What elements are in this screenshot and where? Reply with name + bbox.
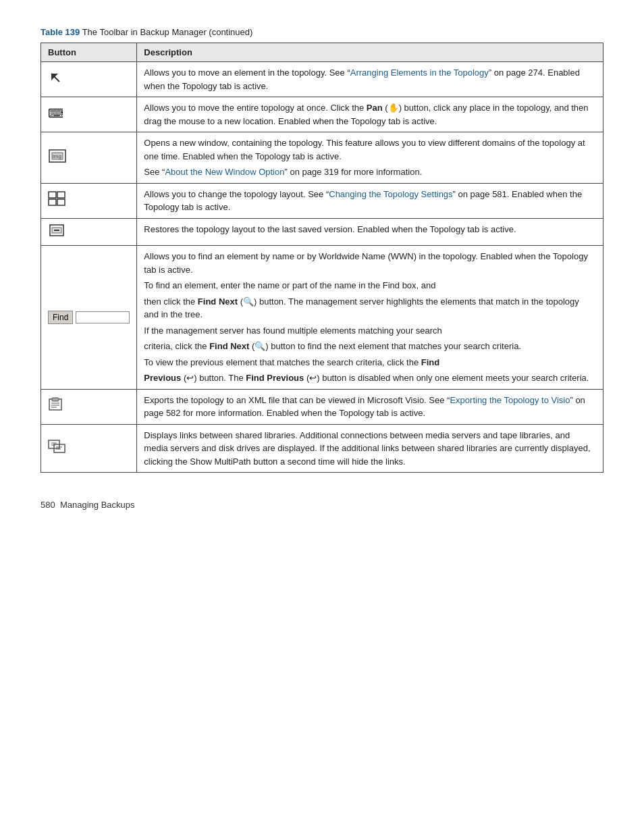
description-paragraph: Allows you to change the topology layout… xyxy=(144,188,596,214)
pan-icon: ⌨ xyxy=(41,97,137,132)
description-paragraph: If the management server has found multi… xyxy=(144,324,596,338)
description-paragraph: Allows you to move an element in the top… xyxy=(144,66,596,93)
footer-text: Managing Backups xyxy=(60,500,135,510)
description-paragraph: Allows you to move the entire topology a… xyxy=(144,101,596,128)
description-cell: Allows you to move the entire topology a… xyxy=(137,97,603,132)
description-paragraph: To view the previous element that matche… xyxy=(144,356,596,369)
svg-text:img: img xyxy=(53,153,61,159)
table-header-row: Button Description xyxy=(41,43,603,62)
find-input[interactable] xyxy=(76,311,130,323)
description-link[interactable]: Exporting the Topology to Visio xyxy=(450,395,570,405)
main-table: Button Description Allows you to move an… xyxy=(41,43,603,473)
table-row: FindAllows you to find an element by nam… xyxy=(41,246,603,390)
description-link[interactable]: Changing the Topology Settings xyxy=(329,189,452,199)
description-link[interactable]: Arranging Elements in the Topology xyxy=(350,68,489,78)
table-row: Allows you to change the topology layout… xyxy=(41,183,603,218)
description-paragraph: Exports the topology to an XML file that… xyxy=(144,394,596,420)
multipath-icon xyxy=(41,424,137,473)
bold-text: Find xyxy=(421,357,439,367)
description-paragraph: See “About the New Window Option” on pag… xyxy=(144,165,596,179)
svg-rect-6 xyxy=(57,192,65,198)
bold-text: Find Next xyxy=(209,341,249,351)
description-cell: Opens a new window, containing the topol… xyxy=(137,132,603,184)
topology-layout-icon xyxy=(41,183,137,218)
description-paragraph: To find an element, enter the name or pa… xyxy=(144,279,596,292)
description-cell: Displays links between shared libraries.… xyxy=(137,424,603,473)
new-window-icon: img xyxy=(41,132,137,184)
description-cell: Restores the topology layout to the last… xyxy=(137,218,603,246)
description-paragraph: then click the Find Next (🔍) button. The… xyxy=(144,295,596,321)
description-paragraph: Displays links between shared libraries.… xyxy=(144,429,596,469)
description-paragraph: Opens a new window, containing the topol… xyxy=(144,136,596,163)
bold-text: Find Previous xyxy=(246,373,304,383)
export-visio-icon xyxy=(41,389,137,424)
description-paragraph: criteria, click the Find Next (🔍) button… xyxy=(144,340,596,353)
find-input-icon: Find xyxy=(41,246,137,390)
svg-rect-13 xyxy=(52,398,59,401)
restore-layout-icon xyxy=(41,218,137,246)
bold-text: Pan xyxy=(367,103,383,113)
find-button[interactable]: Find xyxy=(48,311,73,324)
table-label: Table 139 xyxy=(41,27,80,37)
col-button-header: Button xyxy=(41,43,137,62)
col-description-header: Description xyxy=(137,43,603,62)
description-link[interactable]: About the New Window Option xyxy=(165,167,284,177)
svg-rect-5 xyxy=(49,192,56,198)
description-cell: Allows you to find an element by name or… xyxy=(137,246,603,390)
description-cell: Exports the topology to an XML file that… xyxy=(137,389,603,424)
table-row: Exports the topology to an XML file that… xyxy=(41,389,603,424)
table-caption-text: The Toolbar in Backup Manager (continued… xyxy=(80,27,252,37)
svg-rect-8 xyxy=(57,199,65,205)
table-row: Restores the topology layout to the last… xyxy=(41,218,603,246)
table-row: imgOpens a new window, containing the to… xyxy=(41,132,603,184)
description-cell: Allows you to change the topology layout… xyxy=(137,183,603,218)
svg-text:⌨: ⌨ xyxy=(48,107,63,120)
description-paragraph: Allows you to find an element by name or… xyxy=(144,250,596,276)
description-paragraph: Restores the topology layout to the last… xyxy=(144,223,596,236)
table-caption: Table 139 The Toolbar in Backup Manager … xyxy=(41,27,603,37)
table-row: Allows you to move an element in the top… xyxy=(41,62,603,97)
description-cell: Allows you to move an element in the top… xyxy=(137,62,603,97)
page-footer: 580 Managing Backups xyxy=(41,500,603,510)
move-element-icon xyxy=(41,62,137,97)
svg-rect-7 xyxy=(49,199,56,205)
table-row: ⌨Allows you to move the entire topology … xyxy=(41,97,603,132)
table-row: Displays links between shared libraries.… xyxy=(41,424,603,473)
page-number: 580 xyxy=(41,500,55,510)
description-paragraph: Previous (↩) button. The Find Previous (… xyxy=(144,371,596,385)
bold-text: Previous xyxy=(144,373,181,383)
bold-text: Find Next xyxy=(198,296,238,307)
